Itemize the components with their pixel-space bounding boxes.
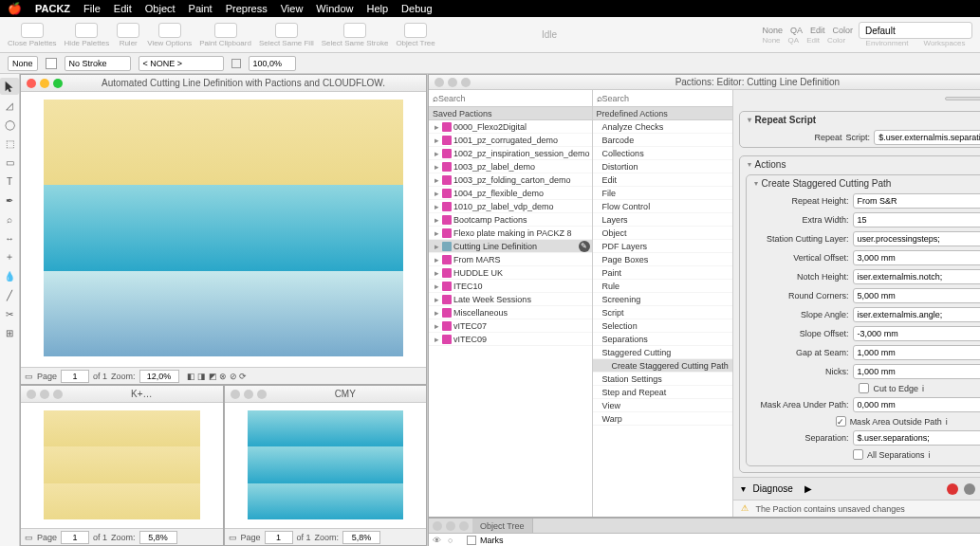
all-seps-check[interactable] <box>853 449 863 460</box>
predef-action-item[interactable]: Rule <box>593 280 732 293</box>
canvas[interactable] <box>21 92 426 367</box>
menu-window[interactable]: Window <box>316 3 353 14</box>
prop-field[interactable]: 5,000 mm <box>853 288 980 303</box>
tb-object-tree[interactable]: Object Tree <box>396 23 435 47</box>
menu-paint[interactable]: Paint <box>189 3 213 14</box>
none-select[interactable]: < NONE > <box>139 56 224 71</box>
info-icon[interactable]: i <box>922 384 924 393</box>
predef-action-item[interactable]: Selection <box>593 319 732 333</box>
predef-action-item[interactable]: Page Boxes <box>593 253 732 266</box>
type-icon[interactable]: T <box>0 173 19 190</box>
prop-field[interactable]: 1,000 mm <box>853 345 980 360</box>
prop-field[interactable]: iser.externalmis.angle; <box>853 307 980 322</box>
predef-action-item[interactable]: Step and Repeat <box>593 386 732 399</box>
tb-ruler[interactable]: Ruler <box>117 23 139 47</box>
prop-field[interactable]: 1,000 mm <box>853 364 980 379</box>
predef-action-item[interactable]: File <box>593 187 732 200</box>
saved-paction-item[interactable]: ▸0000_Flexo2Digital <box>429 120 592 134</box>
separation-field[interactable]: $.user.separations; <box>853 430 980 446</box>
saved-paction-item[interactable]: ▸HUDDLE UK <box>429 266 592 280</box>
workspace-select[interactable]: Default <box>859 22 972 39</box>
saved-paction-item[interactable]: ▸Bootcamp Pactions <box>429 213 592 227</box>
saved-paction-item[interactable]: ▸From MARS <box>429 253 592 266</box>
prop-field[interactable]: 15▾ <box>853 212 980 228</box>
script-field[interactable]: $.user.externalmis.separations; <box>874 130 980 145</box>
saved-paction-item[interactable]: ▸Flexo plate making in PACKZ 8 <box>429 227 592 240</box>
prop-field[interactable]: user.processingsteps; <box>853 231 980 246</box>
saved-paction-item[interactable]: ▸ITEC10 <box>429 280 592 293</box>
object-tree-tab[interactable]: Object Tree <box>472 519 533 533</box>
action-title[interactable]: Create Staggered Cutting Path <box>747 175 980 191</box>
trap-icon[interactable]: ⬚ <box>0 135 19 152</box>
saved-paction-item[interactable]: ▸1010_pz_label_vdp_demo <box>429 200 592 213</box>
predef-action-item[interactable]: Create Staggered Cutting Path <box>593 359 732 373</box>
predef-action-item[interactable]: PDF Layers <box>593 240 732 253</box>
tb-paint-clipboard[interactable]: Paint Clipboard <box>199 23 251 47</box>
saved-paction-item[interactable]: ▸1004_pz_flexible_demo <box>429 187 592 200</box>
menu-help[interactable]: Help <box>366 3 388 14</box>
r-color[interactable]: Color <box>832 26 853 35</box>
swatch-icon[interactable] <box>46 58 57 69</box>
select-tool-icon[interactable] <box>0 78 19 95</box>
prop-field[interactable]: iser.externalmis.notch; <box>853 269 980 284</box>
add-icon[interactable]: ＋ <box>0 248 19 265</box>
record-button-2[interactable] <box>964 483 975 495</box>
predef-action-item[interactable]: Screening <box>593 293 732 306</box>
r-none[interactable]: None <box>762 26 783 35</box>
rect-icon[interactable]: ▭ <box>0 154 19 171</box>
tb-view-options[interactable]: View Options <box>147 23 192 47</box>
menu-debug[interactable]: Debug <box>401 3 432 14</box>
predef-action-item[interactable]: Analyze Checks <box>593 120 732 134</box>
saved-paction-item[interactable]: ▸Cutting Line Definition✎ <box>429 240 592 253</box>
r-edit[interactable]: Edit <box>810 26 825 35</box>
record-button[interactable] <box>947 483 958 495</box>
mask-outside-check[interactable] <box>836 416 846 427</box>
close-window-icon[interactable] <box>27 79 36 88</box>
lasso-icon[interactable]: ◯ <box>0 116 19 133</box>
predef-action-item[interactable]: Separations <box>593 333 732 346</box>
saved-paction-item[interactable]: ▸vITEC09 <box>429 333 592 346</box>
prop-field[interactable]: From S&R▾ <box>853 193 980 209</box>
menu-edit[interactable]: Edit <box>114 3 132 14</box>
saved-paction-item[interactable]: ▸1003_pz_label_demo <box>429 160 592 173</box>
fill-select[interactable]: None <box>8 56 38 71</box>
brush-icon[interactable]: ╱ <box>0 286 19 303</box>
direct-select-icon[interactable]: ◿ <box>0 97 19 114</box>
min-window-icon[interactable] <box>40 79 49 88</box>
page-input-k[interactable] <box>61 531 89 544</box>
saved-paction-item[interactable]: ▸1001_pz_corrugated_demo <box>429 134 592 147</box>
predef-action-item[interactable]: Warp <box>593 412 732 426</box>
prop-field[interactable]: -3,000 mm <box>853 326 980 341</box>
menu-app[interactable]: PACKZ <box>35 3 70 14</box>
tb-close-palettes[interactable]: Close Palettes <box>8 23 57 47</box>
saved-paction-item[interactable]: ▸1002_pz_inspiration_session_demo <box>429 147 592 160</box>
predef-action-item[interactable]: Layers <box>593 213 732 227</box>
prop-field[interactable]: 3,000 mm <box>853 250 980 265</box>
eyedrop-icon[interactable]: 💧 <box>0 267 19 284</box>
cut-icon[interactable]: ✂ <box>0 305 19 322</box>
stroke-select[interactable]: No Stroke <box>65 56 131 71</box>
menu-prepress[interactable]: Prepress <box>226 3 268 14</box>
saved-search-input[interactable] <box>438 94 588 103</box>
saved-paction-item[interactable]: ▸vITEC07 <box>429 319 592 333</box>
zoom-input-cmy[interactable] <box>342 531 380 544</box>
cut-to-edge-check[interactable] <box>859 383 869 393</box>
saved-paction-item[interactable]: ▸Miscellaneous <box>429 306 592 319</box>
swap-icon[interactable]: ⊞ <box>0 324 19 341</box>
play-button[interactable]: ▶ <box>801 482 816 497</box>
info-icon[interactable]: i <box>946 417 948 427</box>
canvas-k[interactable] <box>21 403 223 528</box>
pen-icon[interactable]: ✒ <box>0 191 19 209</box>
predef-search-input[interactable] <box>602 94 729 103</box>
page-input[interactable] <box>61 370 89 383</box>
tb-select-same-stroke[interactable]: Select Same Stroke <box>322 23 389 47</box>
predef-action-item[interactable]: Script <box>593 306 732 319</box>
tb-select-same-fill[interactable]: Select Same Fill <box>259 23 314 47</box>
saved-paction-item[interactable]: ▸Late Week Sessions <box>429 293 592 306</box>
menu-object[interactable]: Object <box>145 3 176 14</box>
measure-icon[interactable]: ↔ <box>0 229 19 246</box>
predef-action-item[interactable]: Edit <box>593 173 732 187</box>
pct-input[interactable]: 100,0% <box>249 56 296 71</box>
tb-hide-palettes[interactable]: Hide Palettes <box>65 23 110 47</box>
predef-action-item[interactable]: Barcode <box>593 134 732 147</box>
